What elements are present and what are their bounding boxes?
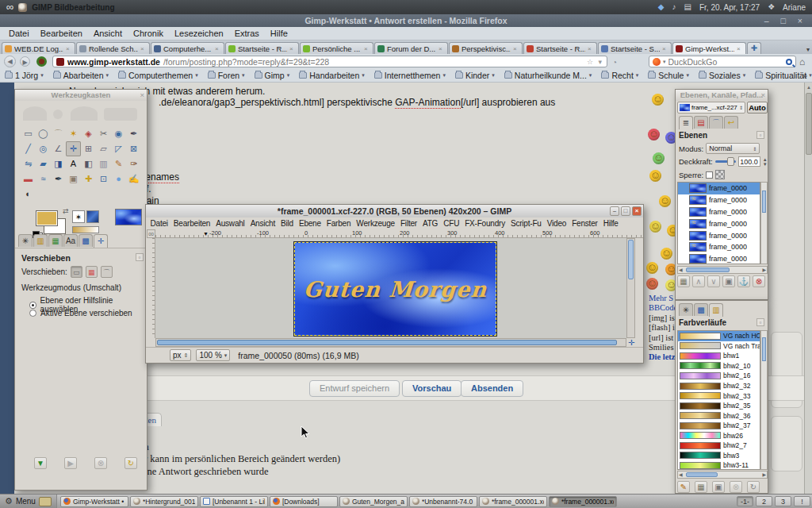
tab-patterns[interactable]: ▩ <box>79 234 93 247</box>
tool-perspective-clone[interactable]: ⊡ <box>96 171 111 187</box>
gimp-menu-script-fu[interactable]: Script-Fu <box>508 219 544 228</box>
close-icon[interactable]: × <box>140 90 144 101</box>
gradient-row[interactable]: bhw3-11 <box>678 460 760 470</box>
chat-icon[interactable]: ❖ <box>768 3 775 11</box>
browser-tab[interactable]: Gimp-Werkst...× <box>672 42 746 54</box>
delete-options-button[interactable]: ⊗ <box>94 457 107 469</box>
tool-crop[interactable]: ▱ <box>96 141 111 156</box>
workspace-button[interactable]: ! <box>794 496 810 506</box>
delete-gradient-button[interactable]: ⊗ <box>730 481 742 493</box>
tool-blur-sharpen[interactable]: ● <box>111 171 126 187</box>
new-gradient-button[interactable]: ▦ <box>695 481 707 493</box>
gimp-menu-auswahl[interactable]: Auswahl <box>213 219 247 228</box>
panel-menu-button[interactable]: ▫ <box>136 253 144 261</box>
reader-mode-icon[interactable]: ◔ <box>612 58 617 67</box>
toolbox-titlebar[interactable]: Werkzeugkasten× <box>15 90 147 101</box>
shield-icon[interactable]: ◆ <box>658 3 665 11</box>
bookmark-item[interactable]: Computerthemen▾ <box>118 71 198 80</box>
gradient-list-hscrollbar[interactable]: ◀▶ <box>677 471 768 479</box>
horizontal-ruler[interactable]: ▼-200-1000100200300400500600 <box>155 229 643 238</box>
tab-close-icon[interactable]: × <box>662 45 668 52</box>
radio-icon[interactable] <box>29 310 36 317</box>
gimp-menu-farben[interactable]: Farben <box>324 219 354 228</box>
gradient-list[interactable]: VG nach HG (RGB)VG nach Transparentbhw1b… <box>677 330 760 470</box>
bookmark-item[interactable]: Abarbeiten▾ <box>53 71 109 80</box>
menu-lesezeichen[interactable]: Lesezeichen <box>169 29 229 38</box>
active-gradient-preview[interactable] <box>72 226 99 233</box>
tab-layers[interactable]: ≣ <box>679 116 693 129</box>
tool-foreground-select[interactable]: ◉ <box>111 126 126 141</box>
search-bar[interactable]: ▾ <box>649 56 796 67</box>
back-button[interactable]: ◀ <box>4 56 16 67</box>
tab-fonts[interactable]: Aa <box>63 234 78 247</box>
file-manager-icon[interactable] <box>39 497 52 506</box>
swap-colors-icon[interactable]: ⇄ <box>63 207 69 215</box>
tool-align[interactable]: ⊞ <box>81 141 96 156</box>
image-window-titlebar[interactable]: *frame_000001.xcf-227.0 (RGB, 50 Ebenen)… <box>146 205 643 217</box>
gradient-row[interactable]: bhw2_10 <box>678 361 760 371</box>
smiley-icon[interactable]: ☺ <box>653 152 665 164</box>
browser-tab[interactable]: Startseite - R...× <box>523 42 597 54</box>
tab-close-icon[interactable]: × <box>588 45 594 52</box>
taskbar-task[interactable]: *frame_000001.xcf-... <box>549 496 617 507</box>
foreground-color-swatch[interactable] <box>36 210 58 226</box>
reset-options-button[interactable]: ↻ <box>124 457 137 469</box>
tool-rotate[interactable]: ◸ <box>111 141 126 156</box>
gradient-row[interactable]: bhw2_35 <box>678 401 760 411</box>
workspace-button[interactable]: -1- <box>737 496 753 506</box>
move-path-button[interactable]: ⌒ <box>101 266 113 278</box>
browser-tab[interactable]: Rollende Sch...× <box>76 42 150 54</box>
move-layer-button[interactable]: ▭ <box>71 266 82 278</box>
tab-close-icon[interactable]: × <box>66 45 72 52</box>
tab-brushes[interactable]: ✳ <box>18 234 33 247</box>
submit-button[interactable]: Absenden <box>461 380 523 397</box>
tool-pencil[interactable]: ✎ <box>111 156 126 171</box>
display-icon[interactable]: ▤ <box>684 3 691 11</box>
browser-tab[interactable]: Computerhe...× <box>151 42 224 54</box>
tab-palettes[interactable]: ▦ <box>48 234 63 247</box>
layer-row[interactable]: frame_0000 <box>678 253 760 264</box>
active-brush-preview[interactable]: ✶ <box>72 210 85 223</box>
side-link[interactable]: [flash] i <box>649 323 675 332</box>
radio-move-active[interactable]: Aktive Ebene verschieben <box>29 309 132 318</box>
duplicate-layer-button[interactable]: ▣ <box>722 275 735 287</box>
close-icon[interactable]: × <box>632 206 642 216</box>
smiley-icon[interactable]: ☺ <box>649 170 661 182</box>
canvas-vscrollbar[interactable] <box>626 238 635 338</box>
bookmark-star-icon[interactable]: ☆ ▾ <box>587 58 603 66</box>
bookmark-item[interactable]: Schule▾ <box>648 71 689 80</box>
side-link[interactable]: Die letz <box>649 352 676 361</box>
gear-icon[interactable]: ⚙ <box>5 496 13 506</box>
activities-icon[interactable]: ∞ <box>6 3 13 11</box>
tool-ink[interactable]: ✒ <box>51 171 66 187</box>
tab-close-icon[interactable]: × <box>215 45 221 52</box>
tab-gradients[interactable]: ▥ <box>33 234 48 247</box>
layer-row[interactable]: frame_0000 <box>678 183 760 194</box>
scrollbar-thumb[interactable] <box>762 337 766 361</box>
pan-view-icon[interactable]: ✛ <box>628 338 634 347</box>
smiley-icon[interactable]: ☺ <box>649 221 661 233</box>
tab-brushes[interactable]: ✳ <box>679 303 693 316</box>
image-select[interactable]: frame_...xcf-227⇕ <box>677 102 745 114</box>
gradient-row[interactable]: VG nach Transparent <box>678 341 760 352</box>
unit-select[interactable]: px⇕ <box>170 349 191 361</box>
side-link[interactable]: [img] is <box>649 314 675 322</box>
active-image-thumbnail[interactable] <box>115 209 142 225</box>
tool-measure[interactable]: ∠ <box>51 141 66 156</box>
panel-menu-button[interactable]: ▫ <box>756 318 764 326</box>
tab-paths[interactable]: ⌒ <box>709 116 723 129</box>
taskbar-task[interactable]: *Unbenannt-74.0 (R... <box>409 496 477 507</box>
tab-close-icon[interactable]: × <box>737 45 743 52</box>
menu-chronik[interactable]: Chronik <box>128 29 169 38</box>
tab-tool-options[interactable]: ✛ <box>94 234 108 248</box>
opacity-slider[interactable] <box>715 160 736 163</box>
gradient-row[interactable]: bhw26 <box>678 430 760 441</box>
gimp-menu-fx-foundry[interactable]: FX-Foundry <box>462 219 508 228</box>
volume-icon[interactable]: ♪ <box>672 3 676 11</box>
tool-gradient[interactable]: ▥ <box>96 156 111 171</box>
tool-paths[interactable]: ✒ <box>126 126 141 141</box>
active-pattern-preview[interactable] <box>86 210 99 223</box>
tool-free-select[interactable]: ⌒ <box>51 126 66 141</box>
taskbar-task[interactable]: *frame_000001.xcf-... <box>479 496 547 507</box>
search-engine-caret-icon[interactable]: ▾ <box>663 59 666 65</box>
